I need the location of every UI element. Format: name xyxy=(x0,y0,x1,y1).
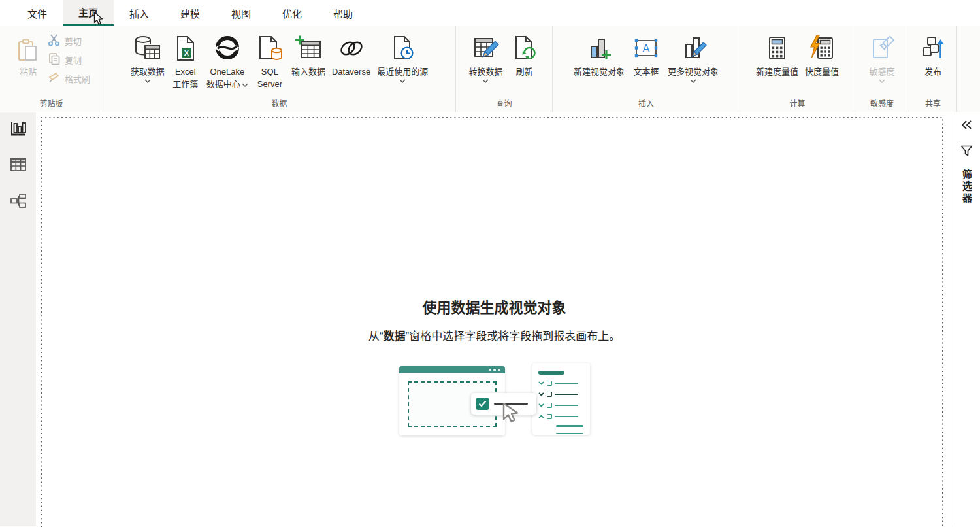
refresh-file-icon xyxy=(510,31,540,65)
refresh-button[interactable]: 刷新 xyxy=(506,26,543,78)
more-visuals-pencil-icon xyxy=(678,31,708,65)
illustration-titlebar xyxy=(399,366,505,373)
field-list-subline xyxy=(556,425,583,427)
text-box-icon: A xyxy=(631,31,661,65)
transform-data-label: 转换数据 xyxy=(468,65,502,78)
quick-measure-label: 快度量值 xyxy=(805,65,839,78)
drag-fields-illustration xyxy=(399,363,590,441)
tab-view[interactable]: 视图 xyxy=(216,0,267,26)
onelake-data-hub-button[interactable]: OneLake 数据中心 xyxy=(203,26,252,90)
checked-checkbox-icon xyxy=(476,398,489,410)
filter-funnel-icon xyxy=(960,145,973,159)
new-visual-label: 新建视觉对象 xyxy=(574,65,625,78)
field-list-subline xyxy=(556,433,583,435)
model-view-icon xyxy=(10,193,27,211)
expand-pane-icon[interactable] xyxy=(961,120,972,132)
table-view-icon xyxy=(10,158,27,175)
window-dots-icon xyxy=(489,369,500,371)
enter-data-button[interactable]: 输入数据 xyxy=(288,26,329,78)
new-measure-label: 新建度量值 xyxy=(756,65,798,78)
get-data-button[interactable]: 获取数据 xyxy=(127,26,168,84)
excel-workbook-label-line2: 工作簿 xyxy=(172,78,198,90)
paste-label: 粘贴 xyxy=(20,65,37,78)
group-label-sensitivity: 敏感度 xyxy=(855,97,909,112)
new-visual-chart-icon xyxy=(584,31,614,65)
recent-sources-label: 最近使用的源 xyxy=(377,65,428,78)
view-switcher-rail xyxy=(0,112,36,526)
onelake-label-line1: OneLake xyxy=(210,65,244,78)
tab-home[interactable]: 主页 xyxy=(63,0,114,26)
dataverse-icon xyxy=(336,31,367,65)
tab-insert[interactable]: 插入 xyxy=(114,0,165,26)
lightning-calculator-icon xyxy=(807,31,837,65)
dataverse-label: Dataverse xyxy=(332,65,370,78)
empty-state-subtitle: 从“数据”窗格中选择字段或将字段拖到报表画布上。 xyxy=(36,327,953,343)
calculator-icon xyxy=(762,31,792,65)
empty-state-title: 使用数据生成视觉对象 xyxy=(36,296,953,316)
report-canvas-area: 使用数据生成视觉对象 从“数据”窗格中选择字段或将字段拖到报表画布上。 xyxy=(0,112,980,526)
database-table-icon xyxy=(133,31,163,65)
field-list-row xyxy=(538,381,585,386)
recent-sources-clock-file-icon xyxy=(387,31,417,65)
transform-table-pencil-icon xyxy=(470,31,500,65)
quick-measure-button[interactable]: 快度量值 xyxy=(802,26,842,78)
sql-server-label-line1: SQL xyxy=(261,65,278,78)
ribbon-group-clipboard: 粘贴 剪切 xyxy=(0,26,103,112)
chevron-down-icon xyxy=(144,78,151,84)
refresh-label: 刷新 xyxy=(515,65,532,78)
tab-modeling[interactable]: 建模 xyxy=(165,0,216,26)
text-box-button[interactable]: A 文本框 xyxy=(628,26,664,78)
ribbon-group-calculations: 新建度量值 快度量值 计 xyxy=(740,26,855,112)
cut-scissors-icon xyxy=(48,33,61,49)
ribbon-group-insert: 新建视觉对象 A 文本框 xyxy=(553,26,740,112)
copy-label: 复制 xyxy=(65,54,82,67)
get-data-label: 获取数据 xyxy=(131,65,165,78)
copy-button[interactable]: 复制 xyxy=(48,53,90,67)
empty-canvas-message: 使用数据生成视觉对象 从“数据”窗格中选择字段或将字段拖到报表画布上。 xyxy=(36,112,953,441)
group-label-insert: 插入 xyxy=(553,97,740,112)
sensitivity-button[interactable]: 敏感度 xyxy=(864,26,900,84)
tab-help[interactable]: 帮助 xyxy=(318,0,368,26)
cut-label: 剪切 xyxy=(65,35,82,48)
new-measure-button[interactable]: 新建度量值 xyxy=(753,26,802,78)
group-label-clipboard: 剪贴板 xyxy=(0,97,103,112)
ribbon-group-share: 发布 共享 xyxy=(909,26,957,112)
group-label-calculations: 计算 xyxy=(740,97,855,112)
cut-button[interactable]: 剪切 xyxy=(48,34,90,48)
paste-icon xyxy=(14,35,42,65)
sensitivity-label: 敏感度 xyxy=(869,65,894,78)
field-list-title-bar xyxy=(538,371,564,375)
more-visuals-label: 更多视觉对象 xyxy=(668,65,719,78)
chevron-down-icon xyxy=(690,78,696,84)
publish-button[interactable]: 发布 xyxy=(915,26,951,78)
paste-button[interactable]: 粘贴 xyxy=(10,30,46,78)
filters-pane-collapsed[interactable]: 筛选器 xyxy=(953,112,980,526)
dataverse-button[interactable]: Dataverse xyxy=(329,26,374,78)
svg-text:A: A xyxy=(642,42,650,55)
transform-data-button[interactable]: 转换数据 xyxy=(465,26,506,84)
group-label-share: 共享 xyxy=(909,97,956,112)
chevron-down-icon xyxy=(242,78,248,90)
excel-workbook-button[interactable]: X Excel 工作簿 xyxy=(168,26,203,90)
ribbon-group-query: 转换数据 刷新 查询 xyxy=(456,26,553,112)
sql-server-button[interactable]: SQL Server xyxy=(252,26,288,90)
copy-icon xyxy=(48,52,61,68)
menu-tab-bar: 文件 主页 插入 建模 视图 优化 帮助 xyxy=(0,0,980,26)
model-view-button[interactable] xyxy=(8,193,28,211)
more-visuals-button[interactable]: 更多视觉对象 xyxy=(664,26,722,84)
report-view-button[interactable] xyxy=(8,121,28,139)
onelake-icon xyxy=(212,31,242,65)
excel-file-icon: X xyxy=(171,31,200,65)
chevron-down-icon xyxy=(879,78,885,84)
ribbon-spacer xyxy=(957,26,980,112)
table-view-button[interactable] xyxy=(8,157,28,175)
chevron-down-icon xyxy=(399,78,406,84)
recent-sources-button[interactable]: 最近使用的源 xyxy=(374,26,431,84)
tab-optimize[interactable]: 优化 xyxy=(267,0,318,26)
format-painter-brush-icon xyxy=(48,71,61,87)
new-visual-button[interactable]: 新建视觉对象 xyxy=(570,26,628,78)
format-painter-button[interactable]: 格式刷 xyxy=(48,72,90,86)
text-box-label: 文本框 xyxy=(633,65,659,78)
illustration-cursor-icon xyxy=(502,402,519,427)
tab-file[interactable]: 文件 xyxy=(12,0,63,26)
